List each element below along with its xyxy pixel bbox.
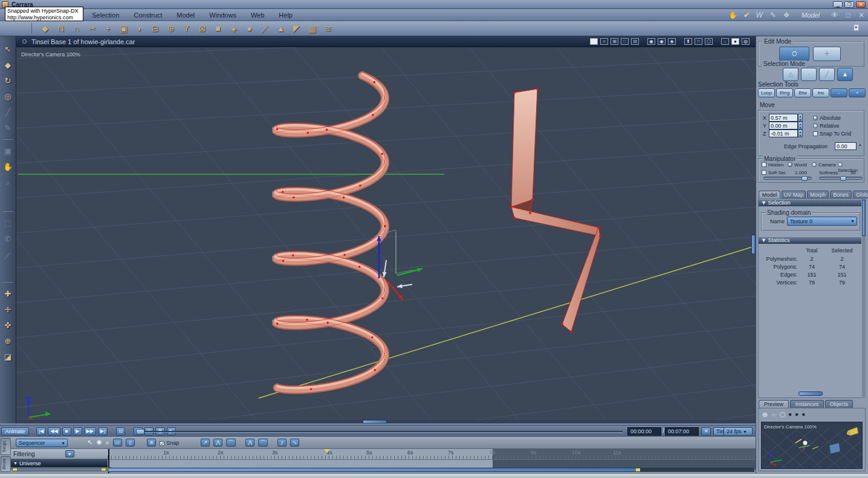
seq-frame-mode-button[interactable]: ▭	[113, 439, 123, 447]
tweener-spike-button[interactable]: ⋀	[213, 439, 222, 447]
eye-icon[interactable]: 👁	[828, 11, 841, 19]
vase-icon[interactable]: Y	[181, 24, 192, 34]
move-z-spinner[interactable]: ▲▼	[798, 129, 803, 137]
soft-sel-slider[interactable]	[763, 177, 812, 180]
scale-tool-icon[interactable]: ◎	[4, 92, 11, 101]
tab-model[interactable]: Model	[759, 191, 780, 198]
maximize-room-icon[interactable]: □	[841, 11, 855, 19]
tree-hscrollbar[interactable]	[12, 468, 106, 471]
tweener-ease-button[interactable]: ⌒	[258, 439, 268, 447]
link-icon[interactable]: ／	[260, 24, 270, 34]
layout-split-3-icon[interactable]: ⊞	[611, 38, 618, 45]
lathe-icon[interactable]: ⊟	[150, 24, 160, 34]
storyboard-room-icon[interactable]: 𝑊	[753, 11, 766, 19]
render-room-icon[interactable]: ❖	[780, 11, 793, 19]
transform-icon[interactable]: ▣	[118, 24, 129, 34]
preview-shade-3-icon[interactable]: ●	[802, 411, 805, 419]
lasso-select-icon[interactable]: ✆	[5, 234, 11, 243]
tweener-oscillate-button[interactable]: ∿	[290, 439, 299, 447]
move-x-spinner[interactable]: ▲▼	[798, 114, 803, 122]
shape-tool-icon[interactable]: ✎	[5, 123, 11, 133]
menu-windows[interactable]: Windows	[202, 11, 244, 19]
minimize-button[interactable]: ▁	[833, 1, 843, 8]
viewport-vscrollbar[interactable]	[751, 235, 756, 254]
fold-icon[interactable]: ◤	[291, 24, 302, 34]
layout-single-icon[interactable]	[590, 38, 598, 45]
viewport-hscrollbar[interactable]	[363, 420, 387, 424]
shading-gouraud-icon[interactable]: ◍	[742, 38, 750, 45]
menu-web[interactable]: Web	[244, 11, 271, 19]
between-button[interactable]: Btw	[794, 88, 811, 97]
layout-quad-small-icon[interactable]: ∷	[621, 38, 629, 45]
timeline-ruler[interactable]: 1s 2s 3s 4s 5s 6s 7s 8s 9s 10s 11s	[108, 449, 756, 460]
orbit-view-icon[interactable]: ⬆	[684, 38, 692, 45]
edit-mode-primitive-button[interactable]: ✛	[813, 47, 841, 61]
measure-tool-icon[interactable]: ╱	[5, 108, 10, 117]
add-point-icon[interactable]: +	[103, 24, 113, 34]
magnet-icon[interactable]: ∩	[71, 24, 82, 34]
vertex-cross-icon[interactable]: ✚	[5, 289, 11, 298]
total-time-field[interactable]: 00:07:00	[665, 427, 699, 436]
current-time-field[interactable]: 00:00:00	[627, 427, 661, 436]
snap-to-grid-checkbox[interactable]	[813, 131, 818, 136]
edit-mode-vertex-button[interactable]: ⬡	[779, 47, 809, 61]
camera-tool-icon[interactable]: ▣	[4, 146, 11, 156]
panel-vscrollbar[interactable]	[862, 200, 866, 398]
move-y-spinner[interactable]: ▲▼	[798, 122, 803, 129]
tweener-linear-button[interactable]: ↗	[201, 439, 210, 447]
seq-collapse-button[interactable]: ≋	[147, 439, 156, 447]
universe-expand-icon[interactable]: ▼	[13, 461, 18, 465]
preview-pan-icon[interactable]: ⁘	[771, 411, 776, 419]
hidden-checkbox[interactable]	[762, 162, 766, 167]
fold-plane-icon[interactable]: ◪	[4, 352, 11, 361]
edge-propagation-spinner[interactable]: ▲	[858, 143, 862, 146]
shrink-selection-button[interactable]: -	[831, 88, 847, 97]
timeline-hscrollbar-track[interactable]	[108, 468, 754, 472]
move-z-field[interactable]: -0.01 m	[769, 129, 798, 137]
select-tool-icon[interactable]: ↖	[5, 45, 11, 54]
seq-zoom-icon[interactable]: ⌕	[105, 439, 109, 447]
selection-radio[interactable]	[838, 162, 843, 167]
stop-button[interactable]: ■	[62, 427, 71, 436]
menu-selection[interactable]: Selection	[85, 11, 126, 19]
delete-icon[interactable]: ⊠	[197, 24, 207, 34]
tab-bones[interactable]: Bones	[830, 191, 852, 198]
smooth-mesh-icon[interactable]: ▲	[276, 24, 286, 34]
preview-bank-icon[interactable]: ⬡	[779, 411, 785, 419]
loft-icon[interactable]: ◗	[134, 24, 144, 34]
preview-viewport[interactable]: Director's Camera 100%	[761, 422, 863, 469]
ruler-4s-marker[interactable]	[324, 449, 330, 453]
animate-button[interactable]: Animate	[1, 427, 29, 436]
grid-mesh-icon[interactable]: ▦	[307, 24, 317, 34]
seq-key-mode-button[interactable]: ▯	[126, 439, 135, 447]
viewport-3d[interactable]: Director's Camera 100%	[16, 47, 756, 424]
grow-selection-button[interactable]: +	[849, 88, 866, 97]
tab-uvmap[interactable]: UV Map	[782, 191, 806, 198]
close-room-icon[interactable]: ✕	[855, 11, 868, 19]
move-y-field[interactable]: 0.00 m	[769, 122, 798, 129]
restore-button[interactable]: ❐	[844, 1, 854, 8]
clear-time-button[interactable]: ✕	[701, 427, 711, 436]
loop-button[interactable]: ⊡	[116, 427, 125, 436]
texture-room-icon[interactable]: ✎	[766, 11, 780, 19]
softness-slider[interactable]	[819, 177, 863, 180]
menu-help[interactable]: Help	[271, 11, 300, 19]
preview-hscrollbar[interactable]	[798, 391, 823, 396]
edge-propagation-field[interactable]: 0.00	[835, 142, 857, 150]
face-cross-icon[interactable]: ✜	[5, 321, 11, 330]
sphere-uv-icon[interactable]: ⊕	[5, 336, 11, 345]
model-room-icon[interactable]: ✔	[740, 11, 753, 19]
tweener-formula-button[interactable]: ƒ	[277, 439, 287, 447]
filtering-dropdown-button[interactable]: ▼	[65, 450, 74, 457]
loop-button[interactable]: Loop	[758, 88, 775, 97]
close-button[interactable]: ✕	[856, 1, 866, 8]
go-start-button[interactable]: |◀	[36, 427, 46, 436]
timeline-hscrollbar-thumb[interactable]	[108, 468, 640, 472]
move-tool-icon[interactable]: ◆	[5, 61, 11, 70]
preview-shade-2-icon[interactable]: ●	[795, 411, 798, 419]
layout-quad-icon[interactable]: ⊟	[631, 38, 639, 45]
sweep-icon[interactable]: ⊕	[166, 24, 176, 34]
draw-spline-icon[interactable]: N	[56, 24, 66, 34]
layout-split-h-icon[interactable]: =	[600, 38, 608, 45]
tab-global[interactable]: Global	[853, 191, 868, 198]
